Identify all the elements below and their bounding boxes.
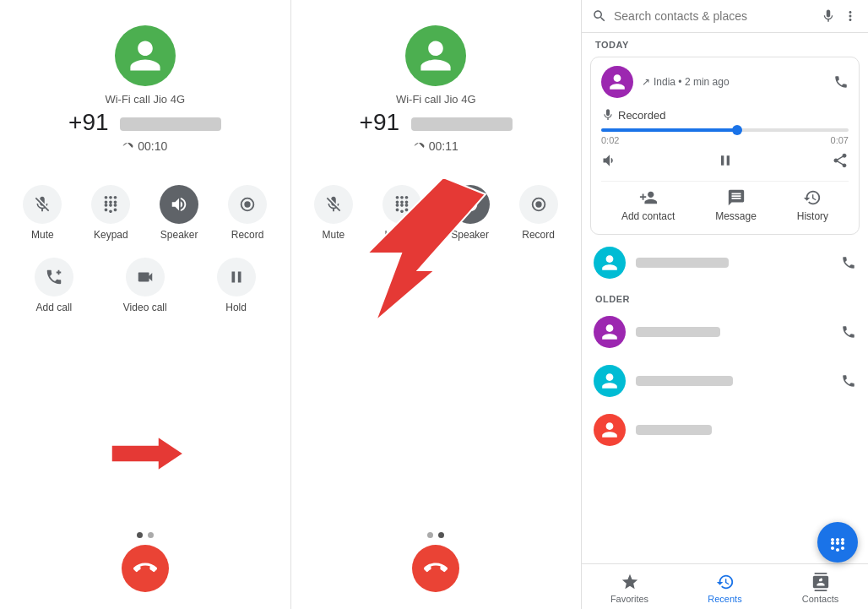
- contact-call-icon-teal[interactable]: [841, 255, 856, 270]
- call-direction: ↗ India • 2 min ago: [642, 76, 825, 88]
- video-btn-1[interactable]: Video call: [100, 251, 191, 320]
- record-icon-1: [228, 185, 267, 224]
- call-duration-1: 00:10: [122, 139, 167, 153]
- share-icon[interactable]: [832, 152, 849, 169]
- video-label-1: Video call: [123, 302, 167, 313]
- caller-avatar-1: [115, 25, 176, 86]
- recent-call-info: ↗ India • 2 min ago: [642, 76, 825, 88]
- volume-icon[interactable]: [601, 152, 618, 169]
- message-label: Message: [715, 210, 757, 222]
- record-icon-2: [519, 185, 558, 224]
- call-controls-row2-s1: Add call Video call Hold: [0, 251, 290, 320]
- section-older-label: OLDER: [582, 287, 868, 307]
- audio-time-labels: 0:02 0:07: [601, 135, 849, 145]
- dot-inactive-1: [148, 532, 154, 538]
- keypad-label-2: Keypad: [384, 229, 419, 241]
- contact-item-purple[interactable]: [582, 307, 868, 356]
- contact-item-teal[interactable]: [582, 238, 868, 287]
- recorded-label: Recorded: [601, 108, 849, 122]
- contact-name-area-teal: [636, 258, 831, 268]
- mic-icon[interactable]: [821, 8, 836, 24]
- contact-name-area-purple: [636, 327, 831, 337]
- end-call-btn-2[interactable]: [412, 545, 459, 592]
- search-icon: [592, 8, 607, 24]
- recents-icon: [716, 573, 735, 591]
- audio-progress-bar[interactable]: [601, 128, 849, 132]
- speaker-btn-1[interactable]: Speaker: [145, 178, 214, 247]
- recent-caller-avatar: [601, 66, 633, 98]
- nav-contacts[interactable]: Contacts: [773, 564, 868, 609]
- history-btn[interactable]: History: [797, 188, 828, 222]
- screen-dots-2: [427, 532, 444, 538]
- svg-point-5: [535, 201, 541, 207]
- contact-item-red[interactable]: [582, 405, 868, 454]
- hold-btn-1[interactable]: Hold: [191, 251, 282, 320]
- bottom-nav: Favorites Recents Contacts: [582, 563, 868, 609]
- dot-inactive-2a: [427, 532, 433, 538]
- add-contact-label: Add contact: [621, 210, 675, 222]
- call-type-1: Wi-Fi call Jio 4G: [105, 93, 185, 106]
- audio-progress-fill: [601, 128, 737, 132]
- keypad-btn-2[interactable]: Keypad: [367, 178, 436, 247]
- history-label: History: [797, 210, 828, 222]
- nav-recents[interactable]: Recents: [677, 564, 773, 609]
- contacts-panel: TODAY ↗ India • 2 min ago Recorded: [581, 0, 868, 609]
- contacts-icon: [811, 573, 830, 591]
- speaker-btn-2[interactable]: Speaker: [436, 178, 504, 247]
- add-call-btn-1[interactable]: Add call: [8, 251, 100, 320]
- fab-dialpad-icon: [827, 532, 848, 552]
- audio-progress-thumb: [732, 125, 742, 135]
- end-call-btn-1[interactable]: [122, 545, 169, 592]
- favorites-icon: [621, 573, 639, 591]
- contact-call-icon-purple[interactable]: [841, 324, 856, 340]
- add-contact-btn[interactable]: Add contact: [621, 188, 675, 222]
- favorites-label: Favorites: [610, 594, 648, 604]
- more-vert-icon[interactable]: [843, 8, 858, 24]
- right-arrow-annotation: [107, 437, 183, 474]
- fab-dialpad[interactable]: [817, 522, 858, 563]
- add-call-icon-1: [35, 258, 73, 296]
- contact-name-blur-teal: [636, 258, 729, 268]
- search-bar[interactable]: [582, 0, 868, 33]
- keypad-btn-1[interactable]: Keypad: [77, 178, 145, 247]
- bottom-nav-container: Favorites Recents Contacts: [582, 563, 868, 609]
- contact-avatar-teal2: [594, 365, 626, 397]
- nav-favorites[interactable]: Favorites: [582, 564, 677, 609]
- record-label-2: Record: [522, 229, 555, 241]
- number-blur-1: [120, 117, 221, 131]
- contact-name-area-red: [636, 425, 856, 435]
- svg-point-1: [244, 201, 250, 207]
- message-btn[interactable]: Message: [715, 188, 757, 222]
- phone-screens-container: Wi-Fi call Jio 4G +91 00:10 Mute K: [0, 0, 581, 609]
- mute-btn-1[interactable]: Mute: [8, 178, 77, 247]
- mute-label-1: Mute: [31, 229, 54, 241]
- record-btn-1[interactable]: Record: [214, 178, 282, 247]
- call-phone-icon[interactable]: [833, 74, 849, 90]
- contact-item-teal2[interactable]: [582, 356, 868, 405]
- call-action-buttons: Add contact Message History: [601, 181, 849, 226]
- contact-avatar-teal: [594, 247, 626, 279]
- mute-icon-1: [23, 185, 62, 224]
- playback-controls: [601, 152, 849, 169]
- recent-call-header: ↗ India • 2 min ago: [601, 66, 849, 98]
- caller-avatar-2: [405, 25, 466, 86]
- call-type-2: Wi-Fi call Jio 4G: [396, 93, 476, 106]
- recent-call-card: ↗ India • 2 min ago Recorded 0:02: [590, 57, 860, 235]
- call-duration-2: 00:11: [414, 139, 458, 153]
- mute-icon-2: [314, 185, 353, 224]
- contact-call-icon-teal2[interactable]: [841, 373, 856, 389]
- search-input[interactable]: [614, 9, 814, 23]
- contact-name-blur-red: [636, 425, 712, 435]
- mute-btn-2[interactable]: Mute: [300, 178, 368, 247]
- speaker-icon-1: [160, 185, 198, 224]
- record-btn-2[interactable]: Record: [504, 178, 572, 247]
- speaker-label-2: Speaker: [451, 229, 489, 241]
- contact-avatar-purple: [594, 316, 626, 348]
- dot-active-1: [137, 532, 143, 538]
- pause-icon[interactable]: [717, 152, 734, 169]
- phone-number-2: +91: [360, 109, 513, 136]
- contacts-list-container: TODAY ↗ India • 2 min ago Recorded: [582, 33, 868, 563]
- dot-active-2: [438, 532, 444, 538]
- keypad-icon-1: [91, 185, 130, 224]
- section-today-label: TODAY: [582, 33, 868, 53]
